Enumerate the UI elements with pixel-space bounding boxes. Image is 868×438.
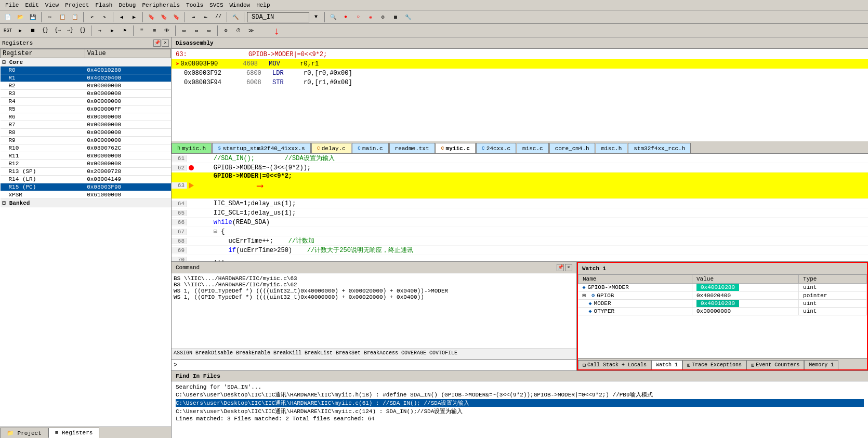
tab-stm32[interactable]: stm32f4xx_rcc.h: [628, 143, 691, 153]
search2-btn[interactable]: 🔍: [327, 11, 339, 23]
nav-fwd-btn[interactable]: ▶: [128, 11, 140, 23]
tab-myiic-c[interactable]: cmyiic.c: [436, 143, 476, 153]
reg-col-name: Register: [1, 49, 85, 58]
copy-btn[interactable]: 📋: [57, 11, 68, 23]
tab-trace-exc[interactable]: ⊞Trace Exceptions: [682, 360, 746, 369]
tab-memory1[interactable]: Memory 1: [804, 360, 838, 369]
menu-svcs[interactable]: SVCS: [206, 2, 226, 8]
watch-col-type: Type: [799, 275, 867, 284]
layout3-btn[interactable]: ▭: [203, 25, 215, 36]
cmd-hint-text: ASSIGN BreakDisable BreakEnable BreakKil…: [174, 350, 457, 356]
indent-btn[interactable]: ⇥: [188, 11, 199, 23]
tab-event-counters[interactable]: ⊞Event Counters: [746, 360, 804, 369]
registers-table: Register Value ⊟ CoreR00x40010280R10x400…: [0, 49, 171, 427]
reg-btn[interactable]: ≣: [149, 25, 160, 36]
more-btn[interactable]: ❋: [365, 11, 376, 23]
reg-name: R15 (PC): [1, 183, 85, 191]
jump-btn[interactable]: ⇒: [94, 25, 106, 36]
bookmark-btn[interactable]: 🔖: [146, 11, 157, 23]
open-btn[interactable]: 📂: [15, 11, 26, 23]
stop2-btn[interactable]: ⏹: [27, 25, 38, 36]
menu-flash[interactable]: Flash: [92, 2, 115, 8]
cmd-input[interactable]: [179, 362, 574, 368]
tab-myiic-h[interactable]: hmyiic.h: [172, 143, 212, 153]
toggle-btn[interactable]: ⚑: [119, 25, 130, 36]
cmd-hint: ASSIGN BreakDisable BreakEnable BreakKil…: [172, 349, 576, 359]
tab-callstack[interactable]: ⊞Call Stack + Locals: [578, 360, 651, 369]
rst-btn[interactable]: RST: [2, 25, 14, 36]
wrench-btn[interactable]: 🔧: [402, 11, 414, 23]
cpu-btn[interactable]: ⚙: [220, 25, 232, 36]
tab-24cxx[interactable]: c24cxx.c: [476, 143, 516, 153]
cmd-output[interactable]: BS \\IIC\.../HARDWARE/IIC/myiic.c\63 BS …: [172, 273, 576, 349]
cmd-prompt: >: [174, 362, 177, 369]
pin-btn[interactable]: 📌: [153, 39, 161, 47]
save-btn[interactable]: 💾: [27, 11, 38, 23]
nav-back-btn[interactable]: ◀: [116, 11, 127, 23]
cmd-line-4: WS 1, ((GPIO_TypeDef *) ((((uint32_t)0x4…: [174, 294, 574, 300]
cmd-close-btn[interactable]: ×: [565, 264, 572, 271]
more2-btn[interactable]: ≫: [245, 25, 257, 36]
cmd-header: Command 📌 ×: [172, 262, 576, 273]
run2-btn[interactable]: ▶: [15, 25, 26, 36]
menu-edit[interactable]: Edit: [22, 2, 42, 8]
cut-btn[interactable]: ✂: [44, 11, 56, 23]
tab-startup[interactable]: sstartup_stm32f40_41xxx.s: [212, 143, 310, 153]
grid-btn[interactable]: ▦: [390, 11, 401, 23]
tab-core-cm4[interactable]: core_cm4.h: [549, 143, 595, 153]
reg-value: [85, 199, 170, 207]
paste-btn[interactable]: 📋: [69, 11, 81, 23]
undo-btn[interactable]: ↶: [86, 11, 98, 23]
close-panel-btn[interactable]: ×: [162, 39, 169, 47]
bookmark2-btn[interactable]: 🔖: [158, 11, 169, 23]
disasm-content[interactable]: 63: GPIOB->MODER|=0<<9*2; ➤ 0x08003F90 4…: [172, 49, 868, 141]
bookmark3-btn[interactable]: 🔖: [170, 11, 182, 23]
comment-btn[interactable]: //: [213, 11, 224, 23]
tab-project[interactable]: 📁 Project: [0, 428, 48, 438]
timer-btn[interactable]: ⏱: [233, 25, 244, 36]
menu-peripherals[interactable]: Peripherals: [139, 2, 183, 8]
watch-btn[interactable]: 👁: [161, 25, 173, 36]
sep2: [83, 12, 84, 22]
watch-table-area[interactable]: Name Value Type ◆GPIOB->MODER: [578, 274, 867, 358]
tab-main-c[interactable]: cmain.c: [352, 143, 389, 153]
disasm-line-2: 0x08003F92 6800 LDR r0,[r0,#0x00]: [172, 69, 868, 78]
tab-misc-h[interactable]: misc.h: [596, 143, 628, 153]
find-line-5: Lines matched: 3 Files matched: 2 Total …: [176, 416, 864, 422]
new-file-btn[interactable]: 📄: [2, 11, 14, 23]
step-over-btn[interactable]: →}: [64, 25, 76, 36]
run-btn[interactable]: ●: [340, 11, 351, 23]
run3-btn[interactable]: ▶: [107, 25, 118, 36]
layout-btn[interactable]: ▭: [178, 25, 190, 36]
menu-debug[interactable]: Debug: [115, 2, 139, 8]
sda-in-input[interactable]: SDA_IN: [247, 12, 309, 22]
menu-project[interactable]: Project: [62, 2, 92, 8]
reg-name: R1: [1, 74, 85, 82]
disassembly-panel: Disassembly 63: GPIOB->MODER|=0<<9*2; ➤ …: [172, 37, 868, 141]
tab-registers[interactable]: ≡ Registers: [48, 428, 100, 438]
menu-help[interactable]: Help: [253, 2, 273, 8]
tab-delay-c[interactable]: cdelay.c: [311, 143, 351, 153]
config-btn[interactable]: ⚙: [377, 11, 389, 23]
outdent-btn[interactable]: ⇤: [200, 11, 212, 23]
source-content[interactable]: 61 //SDA_IN(); //SDA设置为输入 62 GPIOB->MODE…: [172, 154, 868, 261]
menu-tools[interactable]: Tools: [183, 2, 206, 8]
cmd-pin-btn[interactable]: 📌: [557, 264, 564, 271]
step-out-btn[interactable]: {}: [77, 25, 88, 36]
brace-btn[interactable]: {}: [40, 25, 51, 36]
stop-btn[interactable]: ○: [352, 11, 364, 23]
mem-btn[interactable]: ≡: [136, 25, 148, 36]
layout2-btn[interactable]: ▭: [191, 25, 202, 36]
menu-window[interactable]: Window: [227, 2, 254, 8]
menu-file[interactable]: File: [2, 2, 22, 8]
redo-btn[interactable]: ↷: [99, 11, 110, 23]
step-in-btn[interactable]: {→: [52, 25, 63, 36]
dropdown-btn[interactable]: ▼: [310, 11, 322, 23]
build-btn[interactable]: 🔨: [230, 11, 241, 23]
sep12: [217, 25, 218, 36]
menu-view[interactable]: View: [42, 2, 62, 8]
tab-misc-c[interactable]: misc.c: [517, 143, 549, 153]
tab-readme[interactable]: readme.txt: [389, 143, 435, 153]
current-exec-indicator: ➤: [176, 60, 179, 68]
tab-watch1[interactable]: Watch 1: [651, 360, 682, 369]
